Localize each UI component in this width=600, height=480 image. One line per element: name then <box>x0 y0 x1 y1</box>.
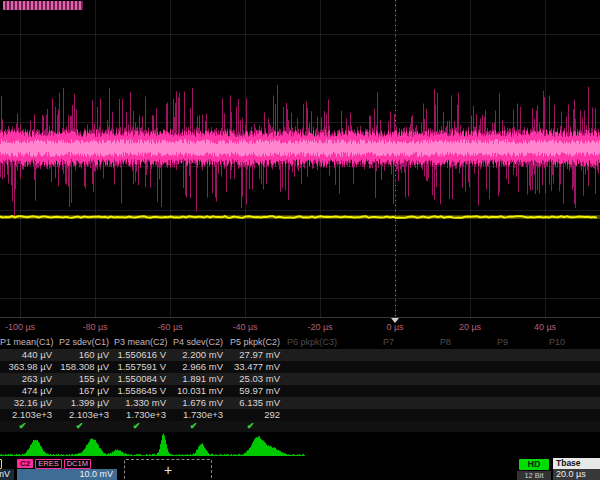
measure-value-cell <box>399 361 456 373</box>
channel-c2-descriptor[interactable]: C2 ERES DC1M 10.0 mV <box>17 458 117 480</box>
measure-table-body: 440 µV160 µV1.550616 V2.200 mV27.97 mV36… <box>0 349 600 421</box>
measure-value-cell <box>399 373 456 385</box>
measure-value-cell <box>513 349 570 361</box>
measure-value-cell <box>456 397 513 409</box>
measure-value-cell: 1.399 µV <box>57 397 114 409</box>
measure-value-cell: 27.97 mV <box>228 349 285 361</box>
measure-value-cell <box>570 349 600 361</box>
measure-header-cell[interactable]: P1 mean(C1) <box>0 336 57 349</box>
measure-status-check: ✔ <box>114 421 171 432</box>
measure-value-cell: 2.966 mV <box>171 361 228 373</box>
measure-value-cell <box>399 385 456 397</box>
measure-value-cell <box>399 349 456 361</box>
measure-value-cell: 155 µV <box>57 373 114 385</box>
timebase-value: 20.0 µs <box>553 469 600 480</box>
measure-table-row: 32.16 µV1.399 µV1.330 mV1.676 mV6.135 mV <box>0 397 600 409</box>
c1-coupling-badge: DC1M <box>0 459 2 469</box>
measure-table-row: 363.98 µV158.308 µV1.557591 V2.966 mV33.… <box>0 361 600 373</box>
measure-value-cell <box>513 385 570 397</box>
time-axis-label: -80 µs <box>70 322 120 332</box>
measure-table-row: 440 µV160 µV1.550616 V2.200 mV27.97 mV <box>0 349 600 361</box>
measure-value-cell: 2.103e+3 <box>57 409 114 421</box>
measure-value-cell: 2.200 mV <box>171 349 228 361</box>
measure-value-cell <box>456 349 513 361</box>
bottom-bar: C1 DC1M 10.0 mV C2 ERES DC1M 10.0 mV + H… <box>0 458 600 480</box>
time-axis-label: -20 µs <box>295 322 345 332</box>
measure-header-cell[interactable]: P8 <box>399 336 456 349</box>
measure-value-cell: 10.031 mV <box>171 385 228 397</box>
measure-status-check: ✔ <box>228 421 285 432</box>
channel-c1-descriptor[interactable]: C1 DC1M 10.0 mV <box>0 458 14 480</box>
measure-header-cell[interactable]: P2 sdev(C1) <box>57 336 114 349</box>
measure-value-cell: 363.98 µV <box>0 361 57 373</box>
measure-header-cell[interactable]: P11 <box>570 336 600 349</box>
measure-value-cell <box>342 361 399 373</box>
measure-value-cell: 474 µV <box>0 385 57 397</box>
measure-status-check: ✔ <box>57 421 114 432</box>
measure-header-cell[interactable]: P10 <box>513 336 570 349</box>
measure-value-cell <box>285 409 342 421</box>
c2-scale-value: 10.0 mV <box>17 469 117 480</box>
measure-histogram-strip <box>0 432 600 458</box>
measure-value-cell <box>285 397 342 409</box>
measure-value-cell <box>570 385 600 397</box>
add-trace-button[interactable]: + <box>124 459 212 480</box>
measure-value-cell: 1.891 mV <box>171 373 228 385</box>
measure-value-cell <box>570 373 600 385</box>
measure-header-cell[interactable]: P3 mean(C2) <box>114 336 171 349</box>
timebase-title: Tbase <box>553 458 600 469</box>
measure-value-cell: 25.03 mV <box>228 373 285 385</box>
measure-value-cell <box>285 349 342 361</box>
measure-value-cell: 158.308 µV <box>57 361 114 373</box>
measure-value-cell: 1.558645 V <box>114 385 171 397</box>
time-axis-label: 20 µs <box>445 322 495 332</box>
measure-value-cell: 440 µV <box>0 349 57 361</box>
waveform-canvas <box>0 0 600 318</box>
measure-value-cell <box>456 361 513 373</box>
measure-table-row: 2.103e+32.103e+31.730e+31.730e+3292 <box>0 409 600 421</box>
measure-value-cell: 59.97 mV <box>228 385 285 397</box>
time-axis-label: 40 µs <box>520 322 570 332</box>
measure-value-cell <box>570 361 600 373</box>
measure-header-cell[interactable]: P5 pkpk(C2) <box>228 336 285 349</box>
measure-header-cell[interactable]: P4 sdev(C2) <box>171 336 228 349</box>
time-axis-label: 60 µs <box>595 322 600 332</box>
measure-value-cell: 1.557591 V <box>114 361 171 373</box>
hd-mode-badge[interactable]: HD <box>519 459 549 470</box>
measure-table-header: P1 mean(C1)P2 sdev(C1)P3 mean(C2)P4 sdev… <box>0 336 600 349</box>
measure-value-cell: 32.16 µV <box>0 397 57 409</box>
timebase-descriptor[interactable]: Tbase 20.0 µs <box>553 458 600 480</box>
hd-bits-label: 12 Bit <box>517 471 551 480</box>
measure-value-cell <box>342 409 399 421</box>
time-axis-label: -100 µs <box>0 322 45 332</box>
time-axis-label: 0 µs <box>370 322 420 332</box>
waveform-grid[interactable] <box>0 0 600 318</box>
measure-header-cell[interactable]: P6 pkpk(C3) <box>285 336 342 349</box>
measure-table-status-row: ✔✔✔✔✔ <box>0 421 600 432</box>
measure-value-cell <box>285 385 342 397</box>
measure-value-cell <box>456 373 513 385</box>
measure-value-cell: 1.730e+3 <box>114 409 171 421</box>
measure-value-cell: 6.135 mV <box>228 397 285 409</box>
measure-status-check: ✔ <box>0 421 57 432</box>
measure-value-cell <box>342 385 399 397</box>
measure-value-cell: 160 µV <box>57 349 114 361</box>
measure-value-cell: 1.330 mV <box>114 397 171 409</box>
measure-value-cell: 167 µV <box>57 385 114 397</box>
measure-value-cell <box>285 373 342 385</box>
measure-header-cell[interactable]: P9 <box>456 336 513 349</box>
measure-value-cell: 2.103e+3 <box>0 409 57 421</box>
measure-header-cell[interactable]: P7 <box>342 336 399 349</box>
measure-value-cell <box>513 409 570 421</box>
time-axis: -100 µs-80 µs-60 µs-40 µs-20 µs0 µs20 µs… <box>0 318 600 336</box>
measure-value-cell <box>342 397 399 409</box>
measure-value-cell <box>513 397 570 409</box>
measure-value-cell <box>342 373 399 385</box>
measure-value-cell <box>285 361 342 373</box>
histogram-canvas <box>0 432 600 458</box>
measure-table: P1 mean(C1)P2 sdev(C1)P3 mean(C2)P4 sdev… <box>0 336 600 432</box>
c2-label-chip: C2 <box>17 459 33 468</box>
c2-coupling-badge: DC1M <box>64 459 91 469</box>
trigger-position-marker[interactable] <box>391 318 399 323</box>
measure-table-row: 474 µV167 µV1.558645 V10.031 mV59.97 mV <box>0 385 600 397</box>
